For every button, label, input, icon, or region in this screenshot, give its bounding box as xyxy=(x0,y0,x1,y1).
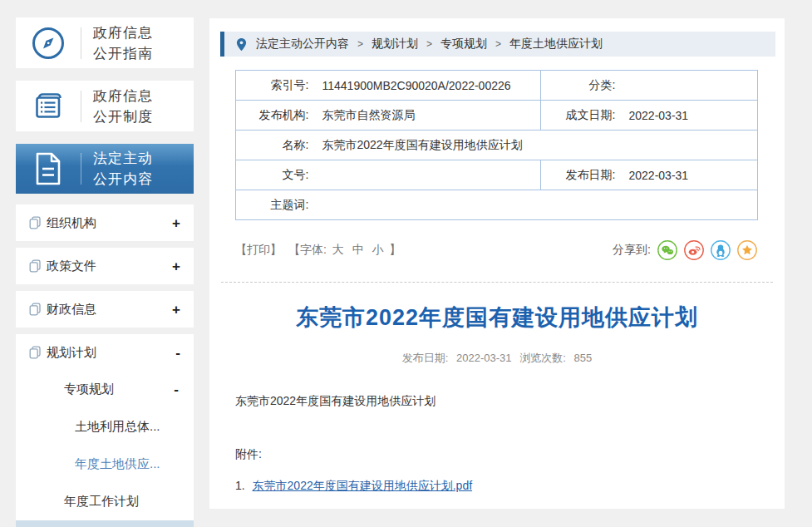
sidebar-item-label: 专项规划 xyxy=(64,382,114,397)
weibo-share-icon[interactable] xyxy=(684,240,704,260)
doc-number-label: 文号: xyxy=(236,160,309,190)
label-line1: 法定主动 xyxy=(93,150,153,166)
publish-date-label: 发布日期: xyxy=(541,160,616,190)
attachment-item: 1. 东莞市2022年度国有建设用地供应计划.pdf xyxy=(235,479,759,494)
sidebar-item-planning[interactable]: 规划计划 - xyxy=(16,334,194,371)
sidebar-item-organization[interactable]: 组织机构 + xyxy=(16,204,194,241)
sidebar-item-label: 财政信息 xyxy=(47,302,96,318)
sidebar-item-fiscal-info[interactable]: 财政信息 + xyxy=(16,291,194,328)
label-line2: 公开内容 xyxy=(93,171,153,187)
page: 政府信息 公开指南 政府信息 公开制度 xyxy=(0,0,812,527)
breadcrumb: 法定主动公开内容 > 规划计划 > 专项规划 > 年度土地供应计划 xyxy=(220,32,775,57)
content-panel: 法定主动公开内容 > 规划计划 > 专项规划 > 年度土地供应计划 索引号: 1… xyxy=(209,18,785,509)
expand-toggle[interactable]: + xyxy=(172,259,180,273)
publish-date-meta-value: 2022-03-31 xyxy=(456,352,512,364)
name-value: 东莞市2022年度国有建设用地供应计划 xyxy=(309,131,758,160)
article-title: 东莞市2022年度国有建设用地供应计划 xyxy=(226,304,768,331)
page-icon xyxy=(29,303,41,316)
sidebar-card-gov-info-system[interactable]: 政府信息 公开制度 xyxy=(16,81,194,131)
label-line2: 公开制度 xyxy=(93,109,153,125)
breadcrumb-item-special-planning[interactable]: 专项规划 xyxy=(440,37,487,52)
publisher-value: 东莞市自然资源局 xyxy=(309,101,541,131)
breadcrumb-item-annual-land-supply[interactable]: 年度土地供应计划 xyxy=(509,37,603,52)
table-row: 索引号: 11441900MB2C90020A/2022-00226 分类: xyxy=(236,71,758,101)
page-icon xyxy=(29,216,41,229)
sidebar-item-special-planning[interactable]: 专项规划 - xyxy=(16,371,194,408)
attachment-index: 1. xyxy=(235,479,245,492)
label-line1: 政府信息 xyxy=(93,25,153,41)
sidebar-card-statutory-disclosure[interactable]: 法定主动 公开内容 xyxy=(16,144,194,194)
sidebar-item-label: 政策文件 xyxy=(47,259,96,274)
expand-toggle[interactable]: + xyxy=(172,303,180,317)
table-row: 名称: 东莞市2022年度国有建设用地供应计划 xyxy=(236,131,758,160)
font-size-small-button[interactable]: 小 xyxy=(372,243,384,256)
doc-number-value xyxy=(309,160,541,190)
page-icon xyxy=(29,259,41,273)
sidebar-item-label: 年度工作计划 xyxy=(64,494,139,510)
sidebar-card-label: 政府信息 公开指南 xyxy=(81,22,153,64)
print-font-controls: 【打印】 【字体: 大 中 小 】 xyxy=(235,243,401,258)
breadcrumb-separator: > xyxy=(426,38,432,50)
document-info-table: 索引号: 11441900MB2C90020A/2022-00226 分类: 发… xyxy=(235,70,758,220)
attachment-pdf-link[interactable]: 东莞市2022年度国有建设用地供应计划.pdf xyxy=(253,479,473,492)
sidebar-item-label: 组织机构 xyxy=(47,215,96,231)
sidebar-group-planning: 规划计划 - 专项规划 - 土地利用总体... 年度土地供应... 年度工作计划 xyxy=(16,334,194,520)
page-icon xyxy=(29,346,41,359)
breadcrumb-item-planning[interactable]: 规划计划 xyxy=(372,37,418,52)
keywords-value xyxy=(309,190,758,220)
breadcrumb-item-statutory[interactable]: 法定主动公开内容 xyxy=(256,37,349,52)
sidebar-card-label: 法定主动 公开内容 xyxy=(81,148,153,190)
category-label: 分类: xyxy=(541,71,616,101)
favorite-share-icon[interactable] xyxy=(737,240,757,260)
sidebar-card-gov-info-guide[interactable]: 政府信息 公开指南 xyxy=(16,17,194,68)
article-body-text: 东莞市2022年度国有建设用地供应计划 xyxy=(235,394,759,409)
label-line2: 公开指南 xyxy=(93,46,153,62)
expand-toggle[interactable]: + xyxy=(172,216,180,230)
sidebar-item-annual-work-plan[interactable]: 年度工作计划 xyxy=(16,483,194,520)
views-meta-value: 855 xyxy=(573,352,592,364)
article-controls: 【打印】 【字体: 大 中 小 】 分享到: xyxy=(235,240,757,260)
dashed-divider xyxy=(221,282,773,283)
sidebar-card-label: 政府信息 公开制度 xyxy=(81,86,153,127)
sidebar-item-label: 年度土地供应... xyxy=(75,456,160,472)
table-row: 主题词: xyxy=(236,190,758,220)
print-button[interactable]: 【打印】 xyxy=(235,243,282,258)
compass-icon xyxy=(16,25,81,62)
collapse-toggle[interactable]: - xyxy=(174,382,179,396)
font-control-suffix: 】 xyxy=(389,243,401,256)
share-bar: 分享到: xyxy=(613,240,757,260)
font-size-medium-button[interactable]: 中 xyxy=(352,243,364,256)
collapse-toggle[interactable]: - xyxy=(175,346,180,360)
sidebar-item-label: 规划计划 xyxy=(47,345,96,361)
keywords-label: 主题词: xyxy=(236,190,309,220)
table-row: 发布机构: 东莞市自然资源局 成文日期: 2022-03-31 xyxy=(236,101,758,131)
sidebar: 政府信息 公开指南 政府信息 公开制度 xyxy=(16,17,194,527)
table-row: 文号: 发布日期: 2022-03-31 xyxy=(236,160,758,190)
sidebar-item-policy-documents[interactable]: 政策文件 + xyxy=(16,248,194,284)
publish-date-value: 2022-03-31 xyxy=(616,160,758,190)
publish-date-meta-label: 发布日期: xyxy=(402,352,449,364)
document-icon xyxy=(16,151,81,186)
wechat-share-icon[interactable] xyxy=(657,240,677,260)
sidebar-item-land-use-master[interactable]: 土地利用总体... xyxy=(16,408,194,446)
written-date-label: 成文日期: xyxy=(541,101,616,131)
category-value xyxy=(616,71,758,101)
attachment-section-label: 附件: xyxy=(235,447,759,462)
index-number-label: 索引号: xyxy=(236,71,309,101)
font-size-large-button[interactable]: 大 xyxy=(332,243,344,256)
font-size-control: 【字体: 大 中 小 】 xyxy=(288,243,401,258)
location-pin-icon xyxy=(236,37,247,52)
qq-share-icon[interactable] xyxy=(711,240,731,260)
font-control-prefix: 【字体: xyxy=(288,243,327,256)
breadcrumb-separator: > xyxy=(495,38,501,50)
sidebar-bottom-strip xyxy=(16,520,194,527)
name-label: 名称: xyxy=(236,131,309,160)
book-icon xyxy=(16,88,81,125)
share-label: 分享到: xyxy=(613,243,651,258)
article-meta: 发布日期: 2022-03-31 浏览次数: 855 xyxy=(209,351,785,366)
sidebar-item-annual-land-supply[interactable]: 年度土地供应... xyxy=(16,446,194,483)
breadcrumb-separator: > xyxy=(357,38,363,50)
publisher-label: 发布机构: xyxy=(236,101,309,131)
sidebar-item-label: 土地利用总体... xyxy=(75,419,160,435)
views-meta-label: 浏览次数: xyxy=(519,352,566,364)
